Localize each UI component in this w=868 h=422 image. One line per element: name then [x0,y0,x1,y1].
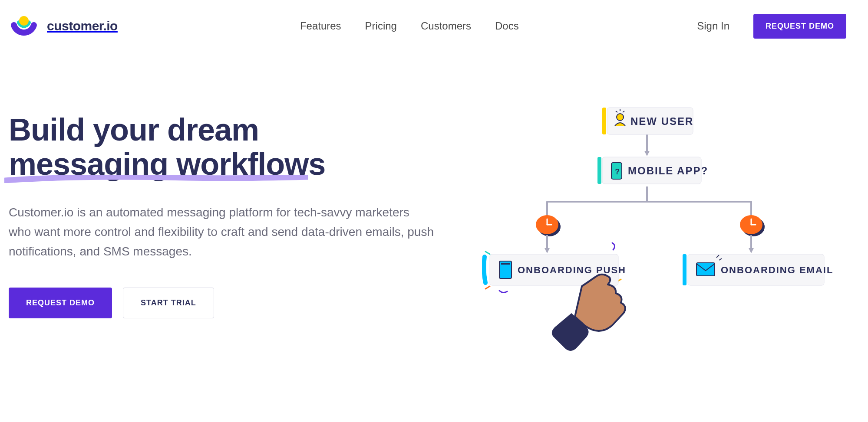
nav-docs[interactable]: Docs [495,20,519,32]
sign-in-link[interactable]: Sign In [697,20,729,32]
hero-title: Build your dream messaging workflows [9,113,434,181]
hero-start-trial-button[interactable]: START TRIAL [123,288,214,318]
site-header: customer.io Features Pricing Customers D… [0,0,868,52]
svg-point-20 [617,114,624,121]
nav-pricing[interactable]: Pricing [365,20,397,32]
hero-request-demo-button[interactable]: REQUEST DEMO [9,288,112,318]
svg-rect-24 [597,157,601,184]
hero-cta-group: REQUEST DEMO START TRIAL [9,288,434,318]
logo-link[interactable]: customer.io [9,13,118,39]
clock-icon [740,215,765,236]
node-label: MOBILE APP? [628,165,708,177]
svg-rect-30 [501,263,510,265]
brand-wordmark: customer.io [47,19,118,33]
hero-copy: Build your dream messaging workflows Cus… [9,113,434,356]
hero-title-line1: Build your dream [9,112,259,147]
diagram-node-mobile-app: ? MOBILE APP? [597,157,708,184]
node-label: ONBOARDING PUSH [518,265,626,275]
svg-text:?: ? [615,167,620,176]
diagram-node-new-user: NEW USER [602,108,693,134]
node-label: ONBOARDING EMAIL [721,265,833,275]
request-demo-button[interactable]: REQUEST DEMO [753,14,846,39]
nav-right: Sign In REQUEST DEMO [697,14,846,39]
svg-rect-33 [696,263,715,276]
svg-rect-18 [602,108,606,134]
svg-marker-15 [545,248,550,253]
svg-marker-17 [749,248,754,253]
hero-section: Build your dream messaging workflows Cus… [0,52,868,390]
hero-subtitle: Customer.io is an automated messaging pl… [9,203,434,261]
pointing-hand-icon [552,275,625,351]
diagram-node-onboarding-email: ONBOARDING EMAIL [683,254,833,285]
nav-features[interactable]: Features [300,20,341,32]
nav-customers[interactable]: Customers [421,20,471,32]
workflow-diagram: NEW USER ? MOBILE APP? ONBOARDING PUSH [482,100,864,377]
title-underline-scribble [4,175,308,183]
node-label: NEW USER [630,115,693,127]
svg-marker-2 [644,151,650,156]
svg-point-0 [19,16,29,26]
primary-nav: Features Pricing Customers Docs [300,20,519,32]
hero-illustration: NEW USER ? MOBILE APP? ONBOARDING PUSH [434,113,859,356]
svg-rect-31 [683,254,686,285]
brand-logo-icon [9,13,39,39]
clock-icon [536,215,561,236]
